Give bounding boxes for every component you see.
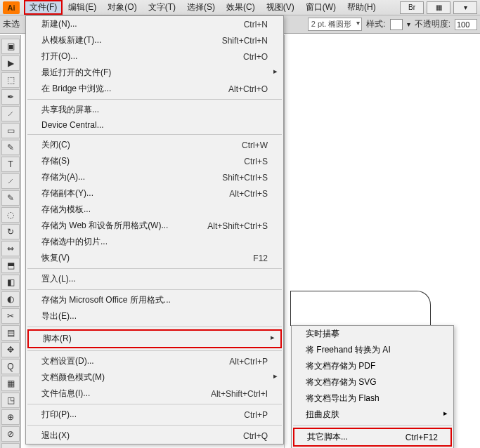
menu-item-label: 打印(P)...	[41, 409, 77, 421]
menu-separator	[27, 289, 282, 290]
tool-2[interactable]: ⬚	[1, 72, 20, 88]
menu-item-存储为模板...[interactable]: 存储为模板...	[26, 202, 283, 218]
menu-item-存储为 Microsoft Office 所用格式...[interactable]: 存储为 Microsoft Office 所用格式...	[26, 292, 283, 308]
menu-item-shortcut: Shift+Ctrl+N	[222, 36, 268, 46]
tool-1[interactable]: ▶	[1, 55, 20, 71]
menu-item-关闭(C)[interactable]: 关闭(C)Ctrl+W	[26, 137, 283, 153]
menu-item-label: 存储选中的切片...	[41, 236, 108, 248]
tool-0[interactable]: ▣	[1, 39, 20, 54]
menu-item-从模板新建(T)...[interactable]: 从模板新建(T)...Shift+Ctrl+N	[26, 32, 283, 48]
workspace-dropdown[interactable]: ▾	[453, 1, 477, 14]
menu-item-shortcut: Ctrl+Q	[243, 431, 268, 441]
tool-4[interactable]: ⟋	[1, 106, 20, 121]
menu-item-新建(N)...[interactable]: 新建(N)...Ctrl+N	[26, 16, 283, 32]
menu-item-退出(X)[interactable]: 退出(X)Ctrl+Q	[26, 428, 283, 444]
tool-19[interactable]: Q	[1, 359, 20, 374]
tool-23[interactable]: ⊘	[1, 426, 20, 442]
bridge-button[interactable]: Br	[400, 1, 424, 14]
tool-18[interactable]: ✥	[1, 342, 20, 357]
menu-item-文档颜色模式(M)[interactable]: 文档颜色模式(M)	[26, 369, 283, 386]
menu-separator	[27, 134, 282, 135]
tool-15[interactable]: ◐	[1, 291, 20, 307]
menu-item-文件信息(I)...[interactable]: 文件信息(I)...Alt+Shift+Ctrl+I	[26, 386, 283, 402]
tool-5[interactable]: ▭	[1, 123, 20, 138]
menu-item-恢复(V)[interactable]: 恢复(V)F12	[26, 250, 283, 266]
submenu-item-其它脚本...[interactable]: 其它脚本...Ctrl+F12	[293, 428, 452, 447]
menu-选择(S)[interactable]: 选择(S)	[181, 0, 221, 15]
submenu-item-将文档导出为 Flash[interactable]: 将文档导出为 Flash	[292, 390, 453, 407]
style-label: 样式:	[366, 18, 385, 30]
style-swatch[interactable]	[390, 19, 403, 30]
tool-10[interactable]: ◌	[1, 207, 20, 223]
menu-item-label: 共享我的屏幕...	[41, 104, 99, 116]
menu-item-label: 文档颜色模式(M)	[41, 371, 105, 383]
menu-编辑(E)[interactable]: 编辑(E)	[63, 0, 102, 15]
submenu-item-将 Freehand 转换为 AI[interactable]: 将 Freehand 转换为 AI	[292, 342, 453, 358]
tool-3[interactable]: ✒	[1, 89, 20, 105]
menu-item-label: 存储为模板...	[41, 204, 91, 216]
menu-item-shortcut: Alt+Shift+Ctrl+S	[207, 221, 268, 231]
menu-item-label: 新建(N)...	[41, 18, 77, 30]
tool-12[interactable]: ⇔	[1, 241, 20, 256]
submenu-item-label: 将文档存储为 SVG	[306, 376, 377, 388]
menu-item-Device Central...[interactable]: Device Central...	[26, 118, 283, 132]
menu-item-存储为 Web 和设备所用格式(W)...[interactable]: 存储为 Web 和设备所用格式(W)...Alt+Shift+Ctrl+S	[26, 218, 283, 234]
menu-item-shortcut: Alt+Ctrl+S	[229, 189, 268, 199]
menu-item-shortcut: Alt+Ctrl+O	[228, 84, 268, 94]
tool-17[interactable]: ▤	[1, 325, 20, 341]
menu-item-label: 存储为 Web 和设备所用格式(W)...	[41, 220, 168, 232]
menu-item-脚本(R)[interactable]: 脚本(R)	[27, 329, 282, 348]
submenu-item-实时描摹[interactable]: 实时描摹	[292, 326, 453, 342]
menu-item-存储为(A)...[interactable]: 存储为(A)...Shift+Ctrl+S	[26, 169, 283, 185]
tool-20[interactable]: ▦	[1, 376, 20, 391]
menu-item-shortcut: Ctrl+W	[242, 140, 268, 150]
menu-item-共享我的屏幕...[interactable]: 共享我的屏幕...	[26, 102, 283, 118]
menu-item-打开(O)...[interactable]: 打开(O)...Ctrl+O	[26, 48, 283, 65]
menu-item-存储(S)[interactable]: 存储(S)Ctrl+S	[26, 153, 283, 169]
menu-item-打印(P)...[interactable]: 打印(P)...Ctrl+P	[26, 407, 283, 423]
menu-item-存储副本(Y)...[interactable]: 存储副本(Y)...Alt+Ctrl+S	[26, 185, 283, 202]
menu-窗口(W)[interactable]: 窗口(W)	[300, 0, 342, 15]
menu-item-label: 打开(O)...	[41, 51, 77, 62]
tool-11[interactable]: ↻	[1, 224, 20, 239]
submenu-item-label: 扭曲皮肤	[306, 409, 339, 421]
menu-item-导出(E)...[interactable]: 导出(E)...	[26, 308, 283, 324]
menu-item-shortcut: Ctrl+O	[243, 52, 268, 62]
tool-6[interactable]: ✎	[1, 140, 20, 155]
menu-item-label: Device Central...	[41, 120, 104, 130]
submenu-item-将文档存储为 SVG[interactable]: 将文档存储为 SVG	[292, 374, 453, 390]
menu-item-在 Bridge 中浏览...[interactable]: 在 Bridge 中浏览...Alt+Ctrl+O	[26, 81, 283, 97]
tool-14[interactable]: ◧	[1, 275, 20, 290]
tool-8[interactable]: ⟋	[1, 173, 20, 189]
tool-9[interactable]: ✎	[1, 190, 20, 206]
menu-文件(F)[interactable]: 文件(F)	[24, 0, 63, 15]
menu-item-文档设置(D)...[interactable]: 文档设置(D)...Alt+Ctrl+P	[26, 353, 283, 369]
submenu-item-将文档存储为 PDF[interactable]: 将文档存储为 PDF	[292, 358, 453, 374]
app-logo: Ai	[3, 1, 20, 14]
tool-22[interactable]: ⊕	[1, 409, 20, 425]
stroke-profile-dropdown[interactable]: 2 pt. 椭圆形	[308, 18, 362, 31]
tool-16[interactable]: ✂	[1, 308, 20, 324]
tool-24[interactable]: ◧	[1, 443, 20, 448]
arrange-docs-button[interactable]: ▦	[427, 1, 450, 14]
menu-文字(T)[interactable]: 文字(T)	[143, 0, 181, 15]
script-submenu: 实时描摹将 Freehand 转换为 AI将文档存储为 PDF将文档存储为 SV…	[291, 325, 454, 448]
menu-效果(C)[interactable]: 效果(C)	[221, 0, 261, 15]
menu-item-label: 置入(L)...	[41, 273, 76, 285]
menu-item-存储选中的切片...[interactable]: 存储选中的切片...	[26, 234, 283, 250]
menu-item-置入(L)...[interactable]: 置入(L)...	[26, 271, 283, 287]
menu-item-shortcut: Ctrl+N	[244, 20, 268, 29]
menu-item-label: 关闭(C)	[41, 139, 70, 151]
submenu-item-扭曲皮肤[interactable]: 扭曲皮肤	[292, 407, 453, 423]
opacity-input[interactable]: 100	[455, 19, 477, 30]
menu-帮助(H)[interactable]: 帮助(H)	[342, 0, 382, 15]
menu-对象(O)[interactable]: 对象(O)	[102, 0, 142, 15]
menu-item-label: 脚本(R)	[43, 333, 72, 345]
tools-panel: ▣▶⬚✒⟋▭✎T⟋✎◌↻⇔⬒◧◐✂▤✥Q▦◳⊕⊘◧⧉	[0, 35, 21, 448]
tool-7[interactable]: T	[1, 157, 20, 172]
menu-separator	[27, 327, 282, 327]
menu-item-最近打开的文件(F)[interactable]: 最近打开的文件(F)	[26, 65, 283, 81]
tool-13[interactable]: ⬒	[1, 258, 20, 273]
menu-视图(V)[interactable]: 视图(V)	[261, 0, 300, 15]
tool-21[interactable]: ◳	[1, 393, 20, 408]
